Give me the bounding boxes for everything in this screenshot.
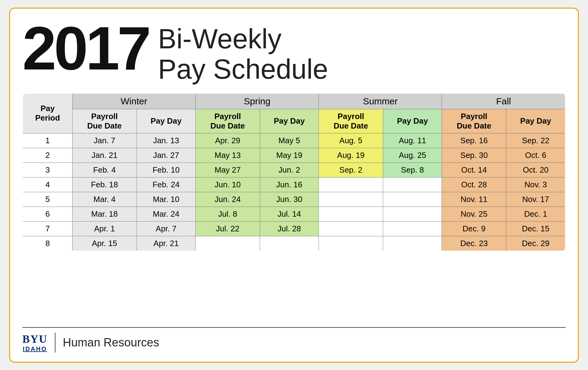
fall-due-cell: Nov. 25 xyxy=(442,207,506,221)
winter-due-cell: Feb. 4 xyxy=(72,163,137,177)
spring-due-cell: Jun. 10 xyxy=(195,177,260,192)
summer-pay-cell: Aug. 11 xyxy=(383,133,442,148)
spring-season-header: Spring xyxy=(195,93,318,109)
fall-pay-cell: Dec. 1 xyxy=(506,207,565,221)
pay-period-cell: 4 xyxy=(23,177,72,192)
year-display: 2017 xyxy=(22,18,149,79)
pay-schedule-table: PayPeriod Winter Spring Summer Fall Payr… xyxy=(22,93,566,251)
summer-pay-cell: Sep. 8 xyxy=(383,163,442,177)
winter-pay-cell: Apr. 21 xyxy=(137,236,195,251)
pay-period-header: PayPeriod xyxy=(23,93,72,133)
winter-due-header: PayrollDue Date xyxy=(72,109,137,133)
subtitle-block: Bi-Weekly Pay Schedule xyxy=(158,18,328,84)
pay-period-cell: 3 xyxy=(23,163,72,177)
summer-pay-cell xyxy=(383,207,442,221)
winter-season-header: Winter xyxy=(72,93,195,109)
fall-pay-cell: Dec. 29 xyxy=(506,236,565,251)
fall-pay-cell: Nov. 17 xyxy=(506,192,565,207)
winter-pay-cell: Feb. 10 xyxy=(137,163,195,177)
table-row: 8Apr. 15Apr. 21Dec. 23Dec. 29 xyxy=(23,236,565,251)
fall-due-cell: Oct. 14 xyxy=(442,163,506,177)
spring-due-header: PayrollDue Date xyxy=(195,109,260,133)
spring-pay-cell: May 5 xyxy=(260,133,318,148)
fall-pay-cell: Sep. 22 xyxy=(506,133,565,148)
table-row: 2Jan. 21Jan. 27May 13May 19Aug. 19Aug. 2… xyxy=(23,148,565,163)
summer-pay-cell xyxy=(383,236,442,251)
winter-due-cell: Mar. 4 xyxy=(72,192,137,207)
spring-pay-cell xyxy=(260,236,318,251)
pay-period-cell: 1 xyxy=(23,133,72,148)
spring-due-cell: Jul. 8 xyxy=(195,207,260,221)
fall-due-cell: Sep. 30 xyxy=(442,148,506,163)
pay-period-cell: 5 xyxy=(23,192,72,207)
fall-season-header: Fall xyxy=(442,93,565,109)
table-row: 5Mar. 4Mar. 10Jun. 24Jun. 30Nov. 11Nov. … xyxy=(23,192,565,207)
summer-due-cell xyxy=(319,221,383,236)
fall-due-cell: Sep. 16 xyxy=(442,133,506,148)
fall-due-cell: Dec. 9 xyxy=(442,221,506,236)
summer-pay-cell xyxy=(383,177,442,192)
winter-pay-cell: Apr. 7 xyxy=(137,221,195,236)
header-section: 2017 Bi-Weekly Pay Schedule xyxy=(22,18,566,84)
winter-due-cell: Jan. 7 xyxy=(72,133,137,148)
table-row: 6Mar. 18Mar. 24Jul. 8Jul. 14Nov. 25Dec. … xyxy=(23,207,565,221)
fall-pay-cell: Nov. 3 xyxy=(506,177,565,192)
fall-pay-header: Pay Day xyxy=(506,109,565,133)
winter-due-cell: Apr. 15 xyxy=(72,236,137,251)
spring-due-cell: Jul. 22 xyxy=(195,221,260,236)
main-card: 2017 Bi-Weekly Pay Schedule PayPeriod Wi… xyxy=(9,8,579,363)
table-body: 1Jan. 7Jan. 13Apr. 29May 5Aug. 5Aug. 11S… xyxy=(23,133,565,251)
winter-pay-cell: Jan. 13 xyxy=(137,133,195,148)
spring-due-cell: May 13 xyxy=(195,148,260,163)
spring-pay-cell: Jul. 28 xyxy=(260,221,318,236)
spring-pay-cell: May 19 xyxy=(260,148,318,163)
summer-season-header: Summer xyxy=(319,93,442,109)
spring-due-cell: Jun. 24 xyxy=(195,192,260,207)
summer-due-cell xyxy=(319,177,383,192)
summer-due-cell: Aug. 5 xyxy=(319,133,383,148)
table-row: 3Feb. 4Feb. 10May 27Jun. 2Sep. 2Sep. 8Oc… xyxy=(23,163,565,177)
table-wrapper: PayPeriod Winter Spring Summer Fall Payr… xyxy=(22,93,566,320)
fall-due-header: PayrollDue Date xyxy=(442,109,506,133)
winter-pay-header: Pay Day xyxy=(137,109,195,133)
fall-due-cell: Oct. 28 xyxy=(442,177,506,192)
spring-pay-header: Pay Day xyxy=(260,109,318,133)
fall-due-cell: Nov. 11 xyxy=(442,192,506,207)
pay-period-cell: 6 xyxy=(23,207,72,221)
pay-period-cell: 7 xyxy=(23,221,72,236)
fall-due-cell: Dec. 23 xyxy=(442,236,506,251)
table-row: 4Feb. 18Feb. 24Jun. 10Jun. 16Oct. 28Nov.… xyxy=(23,177,565,192)
summer-due-cell xyxy=(319,207,383,221)
winter-pay-cell: Jan. 27 xyxy=(137,148,195,163)
fall-pay-cell: Oct. 6 xyxy=(506,148,565,163)
subtitle-line1: Bi-Weekly xyxy=(158,24,328,54)
summer-due-cell: Sep. 2 xyxy=(319,163,383,177)
winter-due-cell: Mar. 18 xyxy=(72,207,137,221)
col-header-row: PayrollDue Date Pay Day PayrollDue Date … xyxy=(23,109,565,133)
summer-due-cell: Aug. 19 xyxy=(319,148,383,163)
spring-pay-cell: Jul. 14 xyxy=(260,207,318,221)
spring-due-cell: May 27 xyxy=(195,163,260,177)
spring-pay-cell: Jun. 16 xyxy=(260,177,318,192)
summer-due-header: PayrollDue Date xyxy=(319,109,383,133)
spring-pay-cell: Jun. 2 xyxy=(260,163,318,177)
fall-pay-cell: Dec. 15 xyxy=(506,221,565,236)
fall-pay-cell: Oct. 20 xyxy=(506,163,565,177)
footer-dept: Human Resources xyxy=(63,336,159,349)
footer-section: BYU IDAHO Human Resources xyxy=(22,327,566,353)
summer-pay-cell: Aug. 25 xyxy=(383,148,442,163)
table-row: 1Jan. 7Jan. 13Apr. 29May 5Aug. 5Aug. 11S… xyxy=(23,133,565,148)
season-row: PayPeriod Winter Spring Summer Fall xyxy=(23,93,565,109)
summer-pay-cell xyxy=(383,221,442,236)
byu-logo-bottom: IDAHO xyxy=(23,346,47,353)
subtitle-line2: Pay Schedule xyxy=(158,54,328,84)
spring-due-cell xyxy=(195,236,260,251)
winter-pay-cell: Mar. 10 xyxy=(137,192,195,207)
summer-pay-header: Pay Day xyxy=(383,109,442,133)
pay-period-cell: 8 xyxy=(23,236,72,251)
spring-pay-cell: Jun. 30 xyxy=(260,192,318,207)
winter-pay-cell: Feb. 24 xyxy=(137,177,195,192)
summer-due-cell xyxy=(319,236,383,251)
summer-due-cell xyxy=(319,192,383,207)
spring-due-cell: Apr. 29 xyxy=(195,133,260,148)
